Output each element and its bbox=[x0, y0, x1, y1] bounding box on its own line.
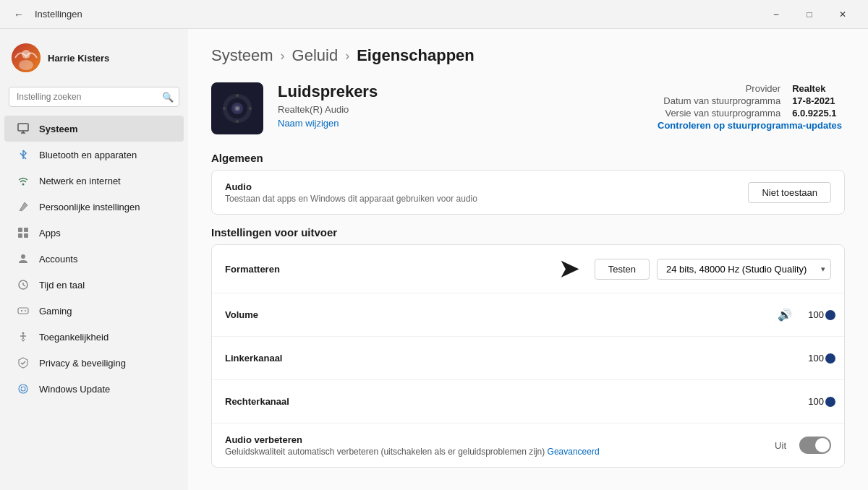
sidebar-label-toegankelijkheid: Toegankelijkheid bbox=[39, 332, 109, 343]
sidebar-item-tijd[interactable]: Tijd en taal bbox=[4, 272, 184, 298]
titlebar: ← Instellingen – □ ✕ bbox=[0, 0, 868, 29]
svg-point-2 bbox=[19, 60, 33, 70]
audio-verbeteren-content: Audio verbeteren Geluidskwaliteit automa… bbox=[225, 434, 775, 457]
device-header: Luidsprekers Realtek(R) Audio Naam wijzi… bbox=[211, 82, 845, 134]
formatteren-row: Formatteren ➤ Testen 24 bits, 48000 Hz (… bbox=[212, 245, 844, 293]
geavanceerd-link[interactable]: Geavanceerd bbox=[548, 447, 600, 457]
section-output-title: Instellingen voor uitvoer bbox=[211, 226, 845, 238]
window-title: Instellingen bbox=[35, 9, 82, 20]
back-button[interactable]: ← bbox=[9, 4, 29, 25]
apps-icon bbox=[16, 225, 30, 240]
breadcrumb-eigenschappen: Eigenschappen bbox=[357, 46, 475, 65]
audio-verbeteren-action: Uit bbox=[775, 437, 831, 454]
section-general-title: Algemeen bbox=[211, 152, 845, 164]
breadcrumb-sep-2: › bbox=[345, 48, 349, 64]
svg-point-31 bbox=[236, 120, 239, 123]
clock-icon bbox=[16, 278, 30, 292]
volume-action: 🔊 100 bbox=[778, 308, 831, 322]
toggle-label: Uit bbox=[775, 440, 786, 451]
svg-point-29 bbox=[236, 107, 239, 110]
linkerkanaal-thumb[interactable] bbox=[825, 353, 835, 364]
rechterkanaal-thumb[interactable] bbox=[825, 397, 835, 407]
volume-icon: 🔊 bbox=[778, 308, 792, 322]
audio-verbeteren-label: Audio verbeteren bbox=[225, 434, 775, 445]
sidebar-item-systeem[interactable]: Systeem bbox=[4, 116, 184, 142]
wifi-icon bbox=[16, 173, 30, 188]
card-output: Formatteren ➤ Testen 24 bits, 48000 Hz (… bbox=[211, 244, 845, 468]
breadcrumb-systeem[interactable]: Systeem bbox=[211, 46, 273, 65]
rechterkanaal-value: 100 bbox=[802, 396, 824, 407]
rechterkanaal-label: Rechterkanaal bbox=[225, 396, 802, 407]
provider-label: Provider bbox=[649, 82, 783, 95]
format-dropdown-wrapper: 24 bits, 48000 Hz (Studio Quality) 16 bi… bbox=[657, 259, 831, 280]
breadcrumb-geluid[interactable]: Geluid bbox=[292, 46, 339, 65]
rechterkanaal-action: 100 bbox=[802, 396, 831, 407]
sidebar-item-toegankelijkheid[interactable]: Toegankelijkheid bbox=[4, 324, 184, 350]
volume-thumb[interactable] bbox=[825, 310, 835, 320]
close-button[interactable]: ✕ bbox=[826, 3, 859, 26]
volume-slider-row: 🔊 100 bbox=[778, 308, 831, 322]
breadcrumb: Systeem › Geluid › Eigenschappen bbox=[211, 46, 845, 65]
provider-value: Realtek bbox=[783, 82, 845, 95]
toggle-knob bbox=[815, 438, 830, 452]
allow-button[interactable]: Niet toestaan bbox=[748, 182, 831, 203]
device-info: Luidsprekers Realtek(R) Audio Naam wijzi… bbox=[278, 82, 649, 129]
sidebar: Harrie Kisters 🔍 Systeem Bluetooth en ap… bbox=[0, 29, 188, 490]
update-link[interactable]: Controleren op stuurprogramma-updates bbox=[658, 120, 842, 131]
sidebar-label-gaming: Gaming bbox=[39, 306, 72, 317]
svg-rect-16 bbox=[18, 308, 28, 314]
svg-rect-3 bbox=[18, 124, 28, 131]
volume-value: 100 bbox=[802, 309, 824, 320]
formatteren-action: ➤ Testen 24 bits, 48000 Hz (Studio Quali… bbox=[559, 255, 831, 283]
sidebar-label-bluetooth: Bluetooth en apparaten bbox=[39, 150, 137, 160]
linkerkanaal-action: 100 bbox=[802, 353, 831, 364]
svg-point-33 bbox=[249, 107, 252, 110]
sidebar-item-bluetooth[interactable]: Bluetooth en apparaten bbox=[4, 142, 184, 168]
minimize-button[interactable]: – bbox=[760, 3, 793, 26]
format-dropdown[interactable]: 24 bits, 48000 Hz (Studio Quality) 16 bi… bbox=[657, 259, 831, 280]
sidebar-item-windows_update[interactable]: Windows Update bbox=[4, 376, 184, 402]
sidebar-item-accounts[interactable]: Accounts bbox=[4, 246, 184, 272]
device-name: Luidsprekers bbox=[278, 82, 649, 101]
svg-point-30 bbox=[236, 94, 239, 97]
driver-date-value: 17-8-2021 bbox=[783, 95, 845, 107]
audio-verbeteren-toggle[interactable] bbox=[799, 437, 831, 454]
brush-icon bbox=[16, 199, 30, 214]
main-content: Systeem › Geluid › Eigenschappen bbox=[188, 29, 868, 490]
volume-label: Volume bbox=[225, 309, 778, 320]
audio-row-content: Audio Toestaan dat apps en Windows dit a… bbox=[225, 181, 748, 204]
linkerkanaal-row: Linkerkanaal 100 bbox=[212, 337, 844, 380]
accessibility-icon bbox=[16, 330, 30, 344]
sidebar-item-privacy[interactable]: Privacy & beveiliging bbox=[4, 350, 184, 376]
sidebar-item-persoonlijk[interactable]: Persoonlijke instellingen bbox=[4, 194, 184, 220]
audio-verbeteren-row: Audio verbeteren Geluidskwaliteit automa… bbox=[212, 424, 844, 467]
rechterkanaal-slider-row: 100 bbox=[802, 396, 831, 407]
sidebar-item-apps[interactable]: Apps bbox=[4, 220, 184, 246]
svg-rect-11 bbox=[24, 233, 28, 238]
sidebar-item-gaming[interactable]: Gaming bbox=[4, 298, 184, 324]
window-controls: – □ ✕ bbox=[760, 3, 859, 26]
person-icon bbox=[16, 252, 30, 266]
audio-row: Audio Toestaan dat apps en Windows dit a… bbox=[212, 171, 844, 214]
maximize-button[interactable]: □ bbox=[793, 3, 826, 26]
rename-link[interactable]: Naam wijzigen bbox=[278, 118, 649, 129]
sidebar-label-persoonlijk: Persoonlijke instellingen bbox=[39, 202, 140, 212]
sidebar-label-apps: Apps bbox=[39, 228, 61, 238]
search-input[interactable] bbox=[9, 87, 179, 107]
audio-sublabel: Toestaan dat apps en Windows dit apparaa… bbox=[225, 194, 748, 204]
testen-button[interactable]: Testen bbox=[595, 259, 650, 280]
linkerkanaal-value: 100 bbox=[802, 353, 824, 364]
sidebar-item-netwerk[interactable]: Netwerk en internet bbox=[4, 168, 184, 194]
svg-point-23 bbox=[19, 384, 27, 393]
shield-icon bbox=[16, 356, 30, 370]
rechterkanaal-content: Rechterkanaal bbox=[225, 396, 802, 407]
username: Harrie Kisters bbox=[48, 53, 109, 64]
linkerkanaal-content: Linkerkanaal bbox=[225, 353, 802, 364]
volume-content: Volume bbox=[225, 309, 778, 320]
card-general: Audio Toestaan dat apps en Windows dit a… bbox=[211, 170, 845, 215]
svg-line-7 bbox=[19, 210, 20, 211]
device-meta: Provider Realtek Datum van stuurprogramm… bbox=[649, 82, 845, 132]
audio-verbeteren-desc: Geluidskwaliteit automatisch verbeteren … bbox=[225, 447, 775, 457]
user-profile[interactable]: Harrie Kisters bbox=[0, 35, 188, 81]
device-subtitle: Realtek(R) Audio bbox=[278, 104, 649, 115]
